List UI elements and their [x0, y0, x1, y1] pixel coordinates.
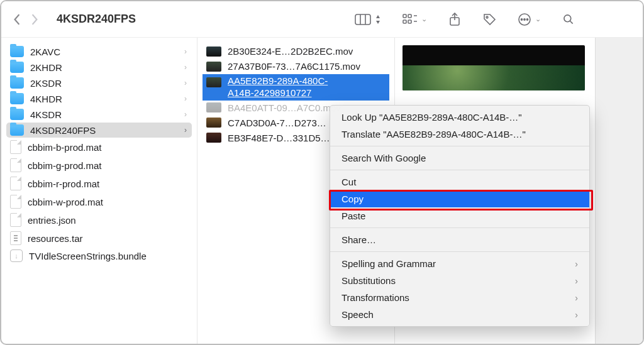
svg-point-20	[564, 14, 571, 21]
bundle-icon	[10, 249, 23, 262]
video-icon	[206, 118, 221, 128]
svg-rect-7	[403, 14, 406, 18]
svg-line-21	[570, 21, 573, 23]
video-icon	[206, 102, 221, 112]
view-columns-button[interactable]	[355, 13, 381, 26]
list-item[interactable]: cbbim-r-prod.mat	[6, 175, 192, 192]
menu-item-transformations[interactable]: Transformations›	[330, 289, 589, 306]
column-1: 2KAVC› 2KHDR› 2KSDR› 4KHDR› 4KSDR› 4KSDR…	[1, 38, 197, 344]
svg-rect-9	[403, 20, 406, 23]
menu-item-translate[interactable]: Translate "AA5E82B9-289A-480C-A14B-…"	[330, 126, 589, 143]
svg-point-15	[486, 16, 488, 18]
tags-button[interactable]	[482, 13, 496, 26]
search-button[interactable]	[562, 13, 575, 26]
list-item[interactable]: cbbim-w-prod.mat	[6, 193, 192, 211]
chevron-right-icon: ›	[575, 293, 578, 303]
svg-rect-2	[355, 14, 370, 25]
list-item[interactable]: TVIdleScreenStrings.bundle	[6, 248, 192, 264]
menu-item-cut[interactable]: Cut	[330, 173, 589, 190]
video-icon	[206, 133, 221, 143]
sidebar-item-2ksdr[interactable]: 2KSDR›	[6, 75, 192, 90]
list-item[interactable]: entries.json	[6, 211, 192, 229]
chevron-right-icon: ›	[575, 310, 578, 320]
svg-rect-8	[408, 14, 411, 18]
menu-item-spelling[interactable]: Spelling and Grammar›	[330, 255, 589, 272]
svg-rect-10	[408, 20, 411, 23]
folder-icon	[10, 109, 24, 120]
sidebar-item-4ksdr240fps[interactable]: 4KSDR240FPS›	[6, 123, 192, 138]
menu-item-search-google[interactable]: Search With Google	[330, 150, 589, 167]
chevron-right-icon: ›	[184, 94, 187, 103]
list-item[interactable]: cbbim-b-prod.mat	[6, 138, 192, 156]
folder-icon	[10, 62, 24, 73]
chevron-right-icon: ›	[184, 126, 187, 134]
sidebar-item-2kavc[interactable]: 2KAVC›	[6, 44, 192, 59]
sidebar-item-4khdr[interactable]: 4KHDR›	[6, 91, 192, 106]
menu-item-speech[interactable]: Speech›	[330, 306, 589, 323]
menu-separator	[330, 227, 589, 228]
preview-thumbnail[interactable]	[402, 45, 585, 90]
svg-point-18	[524, 18, 525, 19]
back-button[interactable]	[13, 14, 21, 25]
window-title: 4KSDR240FPS	[57, 13, 136, 26]
sidebar-item-4ksdr[interactable]: 4KSDR›	[6, 107, 192, 122]
context-menu: Look Up "AA5E82B9-289A-480C-A14B-…" Tran…	[330, 105, 590, 327]
menu-item-substitutions[interactable]: Substitutions›	[330, 272, 589, 289]
chevron-right-icon: ›	[575, 276, 578, 286]
video-icon	[206, 47, 221, 57]
chevron-right-icon: ›	[184, 63, 187, 72]
file-icon	[10, 195, 21, 209]
folder-icon	[10, 46, 24, 57]
archive-icon	[10, 231, 21, 245]
group-by-button[interactable]: ⌄	[402, 13, 427, 26]
list-item[interactable]: 27A37B0F-73…7A6C1175.mov	[203, 59, 389, 74]
filename-label: AA5E82B9-289A-480C-A14B-24298910727	[228, 75, 328, 99]
menu-separator	[330, 251, 589, 252]
toolbar: 4KSDR240FPS ⌄ ⌄	[1, 1, 643, 38]
forward-button[interactable]	[30, 14, 39, 25]
menu-item-share[interactable]: Share…	[330, 231, 589, 248]
chevron-down-icon: ⌄	[421, 15, 427, 23]
video-icon	[206, 62, 221, 72]
list-item-selected[interactable]: AA5E82B9-289A-480C-A14B-24298910727	[203, 74, 389, 101]
folder-icon	[10, 93, 24, 104]
share-button[interactable]	[448, 13, 461, 26]
chevron-right-icon: ›	[575, 259, 578, 269]
chevron-right-icon: ›	[184, 47, 187, 56]
file-icon	[10, 213, 21, 227]
chevron-down-icon: ⌄	[535, 15, 541, 23]
svg-point-17	[521, 18, 522, 19]
file-icon	[10, 158, 21, 172]
file-icon	[10, 177, 21, 190]
svg-point-19	[526, 18, 528, 19]
menu-item-paste[interactable]: Paste	[330, 207, 589, 224]
chevron-right-icon: ›	[184, 110, 187, 119]
menu-item-copy[interactable]: Copy	[330, 190, 589, 207]
chevron-right-icon: ›	[184, 79, 187, 87]
menu-item-lookup[interactable]: Look Up "AA5E82B9-289A-480C-A14B-…"	[330, 109, 589, 126]
svg-marker-5	[376, 15, 380, 18]
list-item[interactable]: cbbim-g-prod.mat	[6, 156, 192, 174]
folder-icon	[10, 124, 24, 136]
list-item[interactable]: 2B30E324-E…2D2B2EC.mov	[203, 44, 389, 58]
file-icon	[10, 140, 21, 154]
video-icon	[206, 77, 221, 87]
svg-marker-6	[376, 21, 380, 24]
menu-separator	[330, 146, 589, 146]
list-item[interactable]: resources.tar	[6, 229, 192, 247]
folder-icon	[10, 77, 24, 89]
sidebar-item-2khdr[interactable]: 2KHDR›	[6, 60, 192, 75]
more-actions-button[interactable]: ⌄	[518, 13, 541, 26]
menu-separator	[330, 170, 589, 170]
